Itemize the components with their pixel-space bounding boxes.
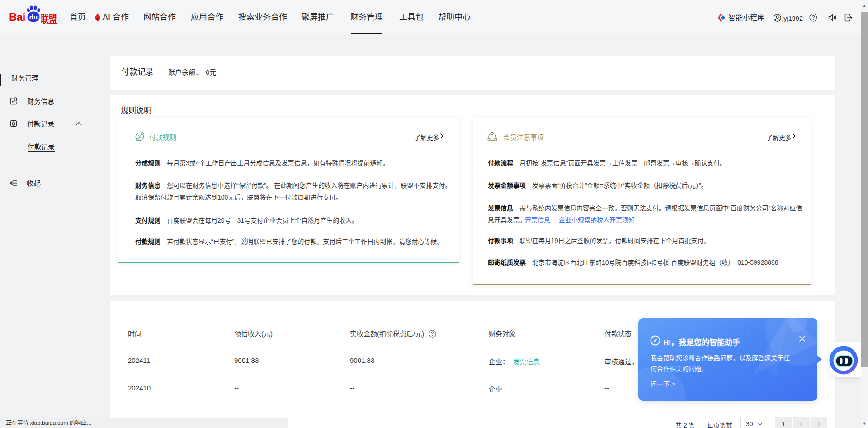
svg-text:du: du — [29, 13, 38, 21]
